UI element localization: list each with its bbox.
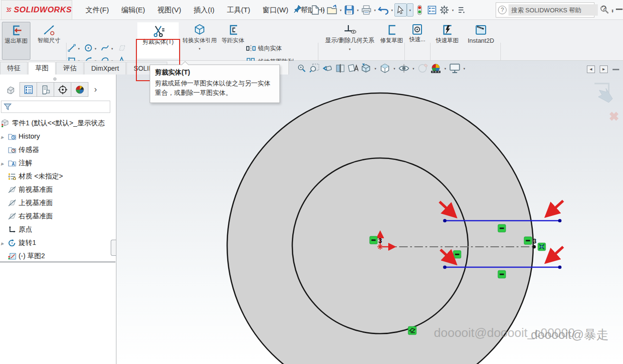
tree-item-origin[interactable]: 原点 [0, 223, 115, 236]
print-button[interactable] [360, 3, 373, 17]
horizontal-constraint-origin[interactable] [370, 236, 377, 244]
display-style-icon[interactable] [379, 63, 391, 74]
expand-arrow-icon[interactable] [1, 132, 6, 140]
tab-feature-manager-tree[interactable] [19, 82, 37, 97]
spline-tool-icon[interactable] [101, 44, 109, 54]
mirror-entities-button[interactable]: 镜向实体 [246, 43, 313, 54]
tree-item-top-plane[interactable]: 上视基准面 [0, 196, 115, 209]
hide-show-items-icon[interactable] [398, 63, 410, 74]
view-settings-icon[interactable] [449, 63, 460, 74]
menu-view[interactable]: 视图(V) [157, 6, 181, 15]
tab-property-manager[interactable] [37, 82, 54, 97]
panel-collapse-handle[interactable] [53, 77, 57, 81]
tab-dimxpert[interactable]: DimXpert [84, 62, 126, 75]
print-dropdown[interactable] [373, 7, 377, 14]
help-dropdown[interactable] [610, 8, 615, 15]
undo-button[interactable] [377, 3, 390, 17]
menu-insert[interactable]: 插入(I) [193, 6, 214, 15]
line-tool-icon[interactable] [67, 44, 76, 54]
select-dropdown[interactable] [407, 3, 413, 17]
collapse-left-pane-button[interactable]: ◀ [587, 65, 595, 73]
exit-sketch-button[interactable]: 退出草图 [2, 22, 30, 60]
menu-tools[interactable]: 工具(T) [227, 6, 250, 15]
line-dropdown[interactable] [77, 45, 81, 52]
bottom-line-right-endpoint[interactable] [558, 265, 561, 269]
display-style-dropdown[interactable] [392, 65, 397, 72]
tree-filter[interactable] [1, 101, 110, 113]
tree-item-material[interactable]: 材质 <未指定> [0, 169, 115, 183]
graphics-area[interactable]: ◀ ▶ [116, 61, 623, 364]
horizontal-constraint-centerline[interactable] [453, 251, 461, 258]
hide-annotations-icon[interactable] [347, 63, 359, 74]
performance-lights-icon[interactable] [413, 3, 426, 17]
panel-splitter-handle[interactable] [111, 240, 116, 256]
tab-sketch[interactable]: 草图 [28, 62, 56, 75]
undo-dropdown[interactable] [390, 7, 394, 14]
tree-item-front-plane[interactable]: 前视基准面 [0, 183, 115, 196]
bottom-line-left-endpoint[interactable] [443, 265, 446, 269]
circle-dropdown[interactable] [93, 45, 98, 52]
centerline-endpoint[interactable] [532, 245, 536, 248]
apply-scene-icon[interactable] [430, 63, 441, 74]
tab-evaluate[interactable]: 评估 [56, 62, 84, 75]
new-dropdown[interactable] [321, 7, 326, 14]
toolbar-options-icon[interactable] [455, 3, 468, 17]
display-relations-button[interactable]: 显示/删除几何关系 [321, 24, 378, 60]
display-relations-dropdown[interactable] [347, 46, 352, 53]
tree-item-right-plane[interactable]: 右视基准面 [0, 209, 115, 223]
hide-show-dropdown[interactable] [411, 65, 416, 72]
on-edge-constraint-bottom[interactable] [408, 327, 416, 335]
tab-features[interactable]: 特征 [0, 62, 28, 75]
tree-item-sensors[interactable]: 传感器 [0, 143, 115, 156]
horizontal-constraint-right[interactable] [524, 237, 532, 244]
save-dropdown[interactable] [355, 7, 360, 14]
convert-dropdown[interactable] [197, 46, 202, 53]
apply-scene-dropdown[interactable] [443, 65, 448, 72]
tab-display-manager[interactable] [71, 82, 88, 97]
trim-entities-button[interactable]: 剪裁实体(T) [137, 22, 179, 58]
open-button[interactable] [326, 3, 338, 17]
circle-tool-icon[interactable] [84, 44, 93, 54]
panel-tabs-overflow[interactable] [94, 84, 97, 94]
spline-dropdown[interactable] [110, 45, 115, 52]
view-settings-dropdown[interactable] [462, 65, 467, 72]
top-line-right-endpoint[interactable] [558, 219, 561, 222]
horizontal-constraint-bottom-line[interactable] [498, 271, 506, 278]
help-menu-button[interactable]: ? [602, 4, 606, 14]
tab-configuration-manager[interactable] [54, 82, 71, 97]
coincident-constraint-right[interactable] [538, 243, 546, 251]
select-tool-button[interactable] [394, 3, 407, 17]
previous-view-icon[interactable] [322, 63, 333, 74]
menu-window[interactable]: 窗口(W) [262, 6, 288, 15]
sketch-plane-icon[interactable] [117, 44, 126, 54]
search-input[interactable] [508, 4, 598, 16]
outer-circle-edge[interactable] [227, 93, 533, 364]
view-orientation-dropdown[interactable] [373, 65, 378, 72]
zoom-to-fit-icon[interactable] [296, 63, 307, 74]
options-list-icon[interactable] [426, 3, 438, 17]
repair-sketch-button[interactable]: 修复草图 [379, 24, 404, 60]
pin-menu-icon[interactable] [294, 4, 302, 15]
horizontal-constraint-top-line[interactable] [498, 224, 506, 232]
section-view-icon[interactable] [335, 63, 346, 74]
save-button[interactable] [343, 3, 355, 17]
tree-item-sketch2[interactable]: (-) 草图2 [0, 249, 115, 262]
view-orientation-icon[interactable] [360, 63, 372, 74]
edit-appearance-icon[interactable] [417, 63, 429, 74]
tree-root-part[interactable]: 零件1 (默认<<默认>_显示状态 [0, 116, 115, 130]
menu-file[interactable]: 文件(F) [86, 6, 109, 15]
settings-gear-icon[interactable] [438, 3, 450, 17]
top-line-left-endpoint[interactable] [443, 219, 446, 222]
minimize-button[interactable] [616, 9, 623, 10]
tree-item-history[interactable]: History [0, 130, 115, 143]
smart-dimension-button[interactable]: 智能尺寸 [34, 23, 64, 59]
zoom-to-area-icon[interactable] [309, 63, 320, 74]
instant2d-button[interactable]: Instant2D [464, 24, 498, 66]
expand-arrow-icon[interactable] [1, 159, 6, 167]
new-document-button[interactable] [309, 3, 321, 17]
rapid-sketch-button[interactable]: 快速草图 [433, 24, 461, 66]
tree-item-annotations[interactable]: 注解 [0, 156, 115, 169]
expand-arrow-icon[interactable] [1, 239, 6, 246]
collapse-right-pane-button[interactable]: ▶ [600, 65, 608, 73]
minimize-pane-icon[interactable] [613, 69, 619, 70]
